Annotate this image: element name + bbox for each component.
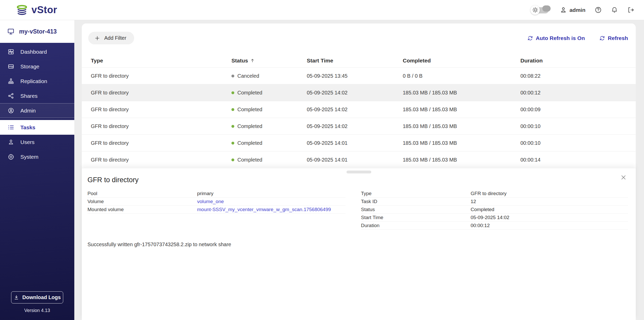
table-row[interactable]: GFR to directory Completed 05-09-2025 14… <box>82 134 636 151</box>
status-label: Completed <box>237 123 262 129</box>
toggle-knob <box>542 5 551 12</box>
sidebar-item-admin[interactable]: Admin <box>0 103 74 118</box>
table-row-selected[interactable]: GFR to directory Completed 05-09-2025 14… <box>82 84 636 101</box>
logout-icon <box>627 6 634 13</box>
table-row[interactable]: GFR to directory Completed 05-09-2025 14… <box>82 151 636 168</box>
hostname-label: my-vStor-413 <box>19 28 57 35</box>
column-header-duration[interactable]: Duration <box>520 58 628 64</box>
column-header-status[interactable]: Status <box>231 58 307 64</box>
column-header-completed[interactable]: Completed <box>403 58 520 64</box>
download-logs-button[interactable]: Download Logs <box>11 291 63 303</box>
field-row: Type GFR to directory <box>361 190 628 198</box>
column-header-status-label: Status <box>231 58 248 64</box>
cell-completed: 185.03 MB / 185.03 MB <box>403 140 520 146</box>
tasks-card: Add Filter Auto Refresh is On <box>82 23 636 320</box>
status-dot-completed <box>231 125 234 128</box>
field-label: Start Time <box>361 215 471 220</box>
sidebar-item-label: Tasks <box>20 124 35 131</box>
column-header-start-time[interactable]: Start Time <box>307 58 403 64</box>
cell-status: Completed <box>231 90 307 96</box>
field-row: Start Time 05-09-2025 14:02 <box>361 214 628 222</box>
cell-status: Completed <box>231 123 307 129</box>
close-panel-button[interactable] <box>620 174 627 182</box>
refresh-label: Refresh <box>608 35 628 41</box>
download-logs-label: Download Logs <box>22 294 61 300</box>
refresh-button[interactable]: Refresh <box>599 35 628 41</box>
users-icon <box>8 139 14 145</box>
add-filter-button[interactable]: Add Filter <box>88 32 134 44</box>
sidebar-item-system[interactable]: System <box>0 149 74 164</box>
cell-duration: 00:00:10 <box>520 140 628 146</box>
field-row: Task ID 12 <box>361 198 628 206</box>
close-icon <box>620 174 627 181</box>
cell-duration: 00:00:09 <box>520 107 628 113</box>
main-content: Add Filter Auto Refresh is On <box>74 20 644 320</box>
field-label: Pool <box>87 191 197 196</box>
sort-asc-icon <box>250 58 255 63</box>
sidebar-item-tasks[interactable]: Tasks <box>0 120 74 135</box>
status-dot-completed <box>231 91 234 94</box>
column-header-type[interactable]: Type <box>91 58 231 64</box>
refresh-icon <box>527 35 533 41</box>
status-label: Completed <box>237 157 262 163</box>
cell-duration: 00:00:10 <box>520 123 628 129</box>
cell-completed: 185.03 MB / 185.03 MB <box>403 123 520 129</box>
sidebar-item-label: System <box>20 154 38 160</box>
logout-button[interactable] <box>627 6 634 13</box>
field-row: Duration 00:00:12 <box>361 222 628 230</box>
sidebar-hostname[interactable]: my-vStor-413 <box>0 20 74 43</box>
sidebar-item-storage[interactable]: Storage <box>0 59 74 74</box>
sidebar-item-replication[interactable]: Replication <box>0 74 74 89</box>
sidebar-nav: Dashboard Storage Replication <box>0 43 74 320</box>
sidebar-item-label: Storage <box>20 63 39 70</box>
auto-refresh-label: Auto Refresh is On <box>536 35 585 41</box>
status-dot-completed <box>231 142 234 145</box>
table-row[interactable]: GFR to directory Canceled 05-09-2025 13:… <box>82 67 636 84</box>
app-body: my-vStor-413 Dashboard Storage <box>0 20 644 320</box>
detail-fields: Pool primary Volume volume_one Mounted v… <box>87 190 628 230</box>
task-detail-panel: GFR to directory Pool primary Volume vol… <box>82 168 636 320</box>
cell-completed: 185.03 MB / 185.03 MB <box>403 107 520 113</box>
task-result-message: Successfully written gfr-1757073743258.2… <box>87 242 628 247</box>
status-label: Completed <box>237 140 262 146</box>
detail-fields-left: Pool primary Volume volume_one Mounted v… <box>87 190 345 214</box>
cell-type: GFR to directory <box>91 73 231 79</box>
table-row[interactable]: GFR to directory Completed 05-09-2025 14… <box>82 101 636 118</box>
cell-completed: 185.03 MB / 185.03 MB <box>403 157 520 163</box>
auto-refresh-button[interactable]: Auto Refresh is On <box>527 35 585 41</box>
sidebar-item-users[interactable]: Users <box>0 135 74 149</box>
vstor-logo: vStor <box>16 4 57 16</box>
panel-resize-handle[interactable] <box>347 171 371 173</box>
replication-icon <box>8 78 14 84</box>
status-label: Canceled <box>237 73 259 79</box>
cell-status: Completed <box>231 107 307 113</box>
field-label: Mounted volume <box>87 207 197 212</box>
cell-duration: 00:00:12 <box>520 90 628 96</box>
field-value: 00:00:12 <box>471 223 490 228</box>
notifications-button[interactable] <box>611 6 618 13</box>
system-gear-icon <box>8 154 14 160</box>
sidebar-item-dashboard[interactable]: Dashboard <box>0 44 74 59</box>
user-menu[interactable]: admin <box>560 6 585 13</box>
sidebar-item-shares[interactable]: Shares <box>0 89 74 103</box>
field-row: Status Completed <box>361 206 628 214</box>
help-button[interactable] <box>595 6 602 13</box>
help-icon <box>595 6 602 13</box>
admin-icon <box>8 107 14 114</box>
add-filter-label: Add Filter <box>104 35 126 41</box>
table-row[interactable]: GFR to directory Completed 05-09-2025 14… <box>82 118 636 134</box>
field-label: Type <box>361 191 471 196</box>
vstor-logo-icon <box>16 4 28 16</box>
cell-type: GFR to directory <box>91 123 231 129</box>
volume-link[interactable]: volume_one <box>197 199 224 204</box>
field-label: Volume <box>87 199 197 204</box>
cell-type: GFR to directory <box>91 90 231 96</box>
mounted-volume-link[interactable]: mount-SSSV_my_vcenter_vmware_w_gm_scan.1… <box>197 207 331 212</box>
table-header: Type Status Start Time Completed Duratio… <box>82 54 636 67</box>
toolbar-right: Auto Refresh is On Refresh <box>527 35 628 41</box>
status-dot-completed <box>231 108 234 111</box>
detail-fields-right: Type GFR to directory Task ID 12 Status … <box>361 190 628 230</box>
dark-mode-toggle[interactable] <box>530 5 551 15</box>
cell-start-time: 05-09-2025 14:01 <box>307 140 403 146</box>
cell-type: GFR to directory <box>91 140 231 146</box>
